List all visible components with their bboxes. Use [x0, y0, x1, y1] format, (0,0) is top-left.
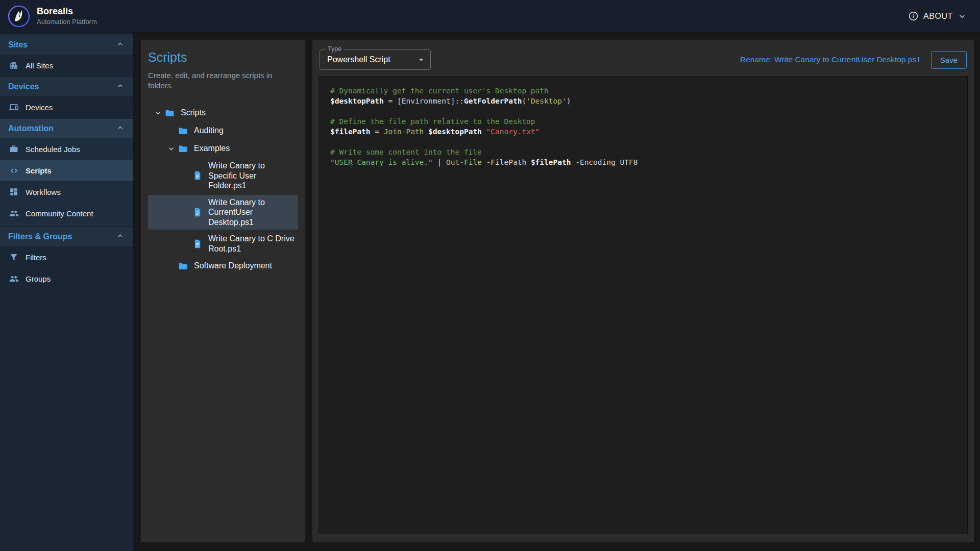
code-line — [330, 137, 956, 147]
nav-item-label: Community Content — [26, 209, 93, 218]
tree-item-label: Software Deployment — [194, 261, 295, 271]
tree-folder-row[interactable]: Auditing — [148, 122, 298, 139]
nav-item-label: Filters — [26, 253, 46, 262]
chevron-spacer — [164, 125, 178, 136]
chevron-up-icon — [116, 123, 125, 134]
folder-icon — [178, 261, 188, 271]
tree-item-label: Scripts — [181, 108, 295, 118]
sidebar-section-automation-block: Automation Scheduled Jobs Scripts — [0, 119, 133, 226]
tree-item-label: Auditing — [194, 126, 295, 136]
nav-item-label: All Sites — [26, 61, 53, 70]
chevron-up-icon — [116, 40, 125, 51]
app-title: Borealis — [37, 7, 97, 17]
people-icon — [9, 208, 19, 218]
scripts-tree-panel: Scripts Create, edit, and rearrange scri… — [141, 40, 305, 542]
tree-folder-row[interactable]: Scripts — [148, 105, 298, 121]
code-line: # Define the file path relative to the D… — [330, 116, 956, 127]
about-button[interactable]: ABOUT — [908, 11, 967, 21]
dashboard-icon — [9, 187, 19, 197]
folder-icon — [178, 126, 188, 136]
file-icon — [192, 207, 203, 217]
script-type-select[interactable]: Type Powershell Script — [320, 49, 431, 70]
select-field-label: Type — [325, 45, 344, 53]
nav-item-label: Scripts — [26, 166, 52, 175]
code-line: # Dynamically get the current user's Des… — [330, 86, 956, 96]
section-label: Automation — [8, 124, 54, 133]
file-icon — [192, 238, 203, 249]
tree-folder-row[interactable]: Examples — [148, 140, 298, 157]
code-line: $desktopPath = [Environment]::GetFolderP… — [330, 96, 956, 106]
sidebar-item-all-sites[interactable]: All Sites — [0, 55, 133, 76]
brand-block: Borealis Automation Platform — [37, 7, 97, 26]
code-line — [330, 106, 956, 116]
save-button[interactable]: Save — [931, 51, 967, 69]
script-editor-panel: Type Powershell Script Rename: Write Can… — [312, 40, 974, 542]
sidebar-item-community-content[interactable]: Community Content — [0, 203, 133, 224]
devices-icon — [9, 102, 19, 112]
borealis-logo-icon — [7, 5, 31, 28]
tree-file-row[interactable]: Write Canary to Specific User Folder.ps1 — [148, 158, 298, 193]
code-editor[interactable]: # Dynamically get the current user's Des… — [318, 76, 968, 534]
main-content: Scripts Create, edit, and rearrange scri… — [133, 33, 980, 551]
section-label: Filters & Groups — [8, 232, 72, 241]
groups-icon — [9, 273, 19, 284]
nav-item-label: Devices — [26, 103, 53, 112]
app-subtitle: Automation Platform — [37, 18, 97, 26]
code-line: # Write some content into the file — [330, 147, 956, 157]
code-icon — [9, 165, 19, 176]
section-label: Sites — [8, 40, 28, 49]
chevron-down-icon[interactable] — [164, 143, 178, 154]
sidebar-item-workflows[interactable]: Workflows — [0, 181, 133, 203]
top-bar: Borealis Automation Platform ABOUT — [0, 0, 980, 33]
tree-folder-row[interactable]: Software Deployment — [148, 258, 298, 274]
sidebar-section-filters-groups[interactable]: Filters & Groups — [0, 227, 133, 246]
code-line: "USER Canary is alive." | Out-File -File… — [330, 157, 956, 167]
funnel-icon — [9, 252, 19, 262]
folder-icon — [164, 108, 175, 118]
sidebar-item-devices[interactable]: Devices — [0, 96, 133, 118]
chevron-down-icon — [416, 55, 426, 65]
sidebar-item-groups[interactable]: Groups — [0, 268, 133, 289]
sidebar-item-filters[interactable]: Filters — [0, 246, 133, 268]
select-field-value: Powershell Script — [327, 55, 416, 64]
nav-item-label: Workflows — [26, 188, 61, 196]
chevron-down-icon — [958, 12, 967, 21]
toolbar-right: Rename: Write Canary to CurrentUser Desk… — [740, 51, 967, 69]
nav-item-label: Groups — [26, 274, 51, 283]
chevron-up-icon — [116, 82, 125, 92]
panel-title: Scripts — [148, 50, 298, 65]
sidebar-section-automation[interactable]: Automation — [0, 119, 133, 138]
file-icon — [192, 170, 203, 181]
tree-item-label: Write Canary to CurrentUser Desktop.ps1 — [208, 197, 295, 228]
sidebar-section-devices[interactable]: Devices — [0, 77, 133, 96]
scripts-folder-tree: ScriptsAuditingExamplesWrite Canary to S… — [148, 105, 298, 274]
chevron-down-icon[interactable] — [151, 107, 164, 118]
about-label: ABOUT — [923, 12, 953, 21]
left-sidebar: Sites All Sites Devices Devices A — [0, 33, 133, 551]
tree-file-row[interactable]: Write Canary to C Drive Root.ps1 — [148, 231, 298, 256]
editor-toolbar: Type Powershell Script Rename: Write Can… — [317, 46, 969, 76]
section-label: Devices — [8, 82, 39, 91]
tree-file-row[interactable]: Write Canary to CurrentUser Desktop.ps1 — [148, 195, 298, 230]
nav-item-label: Scheduled Jobs — [26, 145, 80, 154]
tree-item-label: Write Canary to Specific User Folder.ps1 — [208, 161, 295, 191]
building-icon — [9, 60, 19, 70]
sidebar-item-scripts[interactable]: Scripts — [0, 160, 133, 181]
code-line: $filePath = Join-Path $desktopPath "Cana… — [330, 127, 956, 137]
folder-icon — [178, 143, 188, 154]
tree-item-label: Examples — [194, 143, 295, 154]
sidebar-section-sites[interactable]: Sites — [0, 35, 133, 55]
panel-subtitle: Create, edit, and rearrange scripts in f… — [148, 70, 298, 90]
sidebar-item-scheduled-jobs[interactable]: Scheduled Jobs — [0, 138, 133, 160]
briefcase-icon — [9, 144, 19, 154]
chevron-spacer — [164, 260, 178, 271]
tree-item-label: Write Canary to C Drive Root.ps1 — [208, 234, 295, 254]
chevron-up-icon — [116, 232, 125, 242]
rename-link[interactable]: Rename: Write Canary to CurrentUser Desk… — [740, 55, 921, 64]
info-icon — [908, 11, 919, 21]
